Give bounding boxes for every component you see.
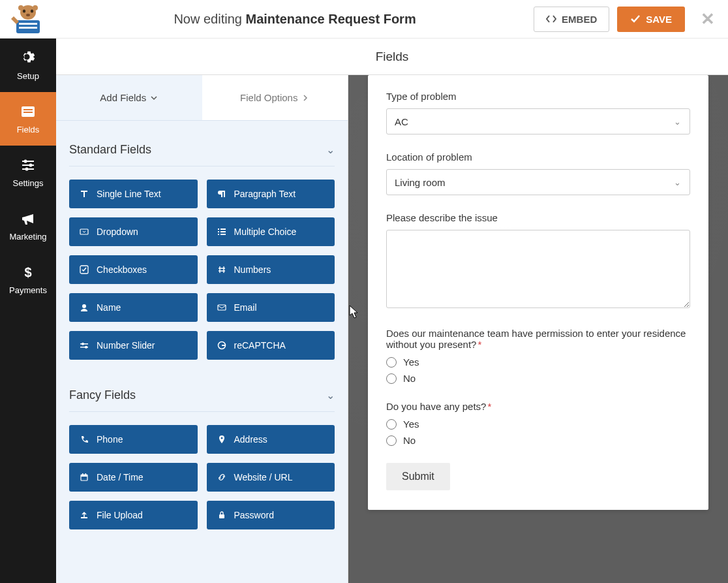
left-nav: Setup Fields Settings Marketing $ Paymen… <box>0 39 56 583</box>
svg-point-15 <box>29 163 33 166</box>
chevron-down-icon: ⌄ <box>326 389 335 402</box>
editing-prefix: Now editing <box>174 12 242 26</box>
nav-marketing[interactable]: Marketing <box>0 199 56 253</box>
field-checkboxes[interactable]: Checkboxes <box>69 255 198 284</box>
lock-icon <box>217 511 226 520</box>
svg-rect-40 <box>82 473 83 475</box>
svg-rect-30 <box>218 305 226 310</box>
tab-add-fields[interactable]: Add Fields <box>56 75 202 120</box>
section-standard[interactable]: Standard Fields ⌄ <box>69 134 335 166</box>
svg-rect-21 <box>80 229 88 234</box>
chevron-down-icon <box>150 94 158 102</box>
svg-point-3 <box>26 14 30 16</box>
field-paragraph-text[interactable]: Paragraph Text <box>207 180 335 208</box>
fields-scroll[interactable]: Standard Fields ⌄ Single Line TextParagr… <box>56 121 348 583</box>
paragraph-icon <box>217 189 226 198</box>
check-icon <box>630 14 641 24</box>
field-file-upload[interactable]: File Upload <box>69 501 198 529</box>
svg-rect-24 <box>218 231 219 232</box>
embed-button[interactable]: EMBED <box>534 7 609 32</box>
builder-header: Fields <box>56 39 728 75</box>
tab-field-options[interactable]: Field Options <box>202 75 348 120</box>
svg-point-32 <box>82 343 84 345</box>
textarea-describe[interactable] <box>386 230 690 308</box>
app-logo <box>0 0 56 39</box>
field-location[interactable]: Location of problem Living room ⌄ <box>386 151 690 195</box>
svg-rect-27 <box>220 234 226 235</box>
select-type[interactable]: AC <box>386 108 690 134</box>
dropdown-icon <box>80 227 89 236</box>
check-icon <box>80 265 89 274</box>
save-button[interactable]: SAVE <box>617 7 685 32</box>
section-fancy[interactable]: Fancy Fields ⌄ <box>69 379 335 412</box>
chevron-right-icon <box>301 94 309 102</box>
svg-rect-7 <box>19 23 37 25</box>
svg-point-34 <box>85 346 87 349</box>
field-single-line-text[interactable]: Single Line Text <box>69 180 198 208</box>
sliders-icon <box>20 157 36 173</box>
field-email[interactable]: Email <box>207 293 335 322</box>
list-icon <box>217 227 226 236</box>
field-type-of-problem[interactable]: Type of problem AC ⌄ <box>386 91 690 134</box>
page-title: Now editing Maintenance Request Form <box>56 12 534 27</box>
google-icon <box>217 341 226 350</box>
form-preview: Type of problem AC ⌄ Location of problem… <box>368 75 708 510</box>
radio-pets-yes[interactable]: Yes <box>386 418 690 430</box>
radio-permission-no[interactable]: No <box>386 373 690 384</box>
field-pets[interactable]: Do you have any pets?* Yes No <box>386 401 690 446</box>
svg-rect-23 <box>220 228 226 230</box>
svg-point-17 <box>25 167 29 170</box>
close-button[interactable]: ✕ <box>701 9 715 29</box>
svg-rect-42 <box>81 517 87 518</box>
svg-point-5 <box>33 5 38 10</box>
gear-icon <box>20 50 36 66</box>
radio-permission-yes[interactable]: Yes <box>386 356 690 368</box>
svg-rect-11 <box>23 112 33 113</box>
svg-rect-39 <box>81 475 87 477</box>
form-icon <box>20 104 36 119</box>
label-permission: Does our maintenance team have permissio… <box>386 328 690 350</box>
label-describe: Please describe the issue <box>386 212 690 223</box>
field-password[interactable]: Password <box>207 501 335 529</box>
field-number-slider[interactable]: Number Slider <box>69 331 198 360</box>
field-website-url[interactable]: Website / URL <box>207 463 335 492</box>
text-icon <box>80 189 89 198</box>
phone-icon <box>80 435 89 444</box>
hash-icon <box>217 265 226 274</box>
svg-rect-41 <box>85 473 87 475</box>
svg-rect-31 <box>80 343 88 345</box>
form-name: Maintenance Request Form <box>246 12 416 26</box>
label-location: Location of problem <box>386 151 690 163</box>
field-describe[interactable]: Please describe the issue <box>386 212 690 311</box>
field-permission[interactable]: Does our maintenance team have permissio… <box>386 328 690 384</box>
nav-payments[interactable]: $ Payments <box>0 253 56 306</box>
svg-point-37 <box>220 437 222 439</box>
field-multiple-choice[interactable]: Multiple Choice <box>207 217 335 246</box>
field-address[interactable]: Address <box>207 425 335 454</box>
label-pets: Do you have any pets?* <box>386 401 690 412</box>
slider-icon <box>80 341 89 350</box>
field-date-time[interactable]: Date / Time <box>69 463 198 492</box>
field-numbers[interactable]: Numbers <box>207 255 335 284</box>
svg-point-2 <box>31 9 33 12</box>
svg-point-1 <box>23 9 25 12</box>
svg-rect-26 <box>218 234 219 235</box>
svg-rect-10 <box>23 109 33 110</box>
label-type: Type of problem <box>386 91 690 102</box>
select-location[interactable]: Living room <box>386 169 690 195</box>
field-dropdown[interactable]: Dropdown <box>69 217 198 246</box>
user-icon <box>80 303 89 312</box>
svg-text:$: $ <box>24 265 31 279</box>
field-phone[interactable]: Phone <box>69 425 198 454</box>
nav-setup[interactable]: Setup <box>0 39 56 92</box>
field-name[interactable]: Name <box>69 293 198 322</box>
nav-settings[interactable]: Settings <box>0 146 56 199</box>
nav-fields[interactable]: Fields <box>0 92 56 146</box>
svg-rect-20 <box>83 191 85 197</box>
svg-rect-43 <box>219 514 224 518</box>
fields-panel: Add Fields Field Options Standard Fields… <box>56 75 348 583</box>
field-recaptcha[interactable]: reCAPTCHA <box>207 331 335 360</box>
chevron-down-icon: ⌄ <box>326 144 335 156</box>
submit-button[interactable]: Submit <box>386 463 450 490</box>
radio-pets-no[interactable]: No <box>386 435 690 446</box>
